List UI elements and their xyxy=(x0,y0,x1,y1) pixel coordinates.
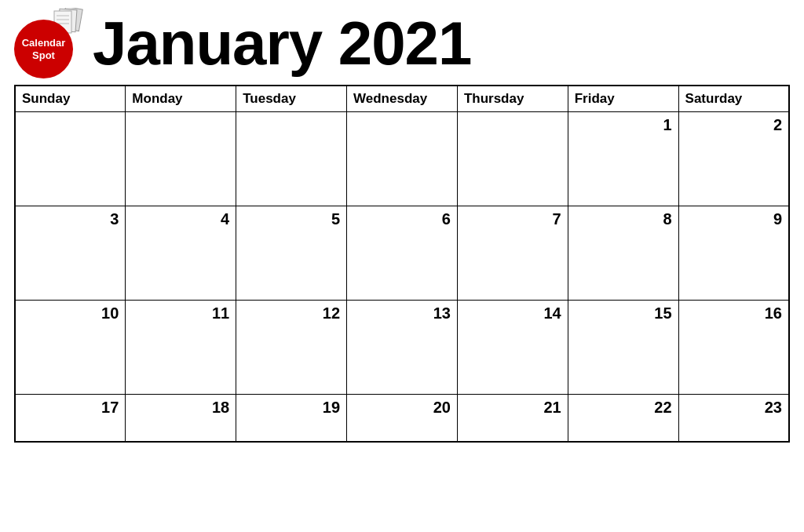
page: Calendar Spot January 2021 Sunday Monday… xyxy=(0,0,804,532)
logo-text-line1: Calendar xyxy=(22,37,66,49)
day-cell: 20 xyxy=(347,395,458,442)
day-cell: 18 xyxy=(126,395,236,442)
day-cell xyxy=(457,112,568,206)
day-cell: 23 xyxy=(678,395,789,442)
day-cell: 7 xyxy=(457,206,568,301)
day-cell: 1 xyxy=(568,112,678,206)
col-tuesday: Tuesday xyxy=(236,86,347,112)
col-saturday: Saturday xyxy=(678,86,789,112)
day-cell: 16 xyxy=(678,301,789,395)
header: Calendar Spot January 2021 xyxy=(14,8,790,78)
calendar-header-row: Sunday Monday Tuesday Wednesday Thursday… xyxy=(15,86,789,112)
col-monday: Monday xyxy=(126,86,236,112)
day-cell: 9 xyxy=(678,206,789,301)
calendar-week-4: 17 18 19 20 21 22 23 xyxy=(15,395,789,442)
day-cell xyxy=(347,112,458,206)
calendar-week-1: 1 2 xyxy=(15,112,789,206)
day-cell: 19 xyxy=(236,395,347,442)
day-cell: 3 xyxy=(15,206,126,301)
day-cell xyxy=(236,112,347,206)
day-cell: 2 xyxy=(678,112,789,206)
day-cell: 12 xyxy=(236,301,347,395)
col-friday: Friday xyxy=(568,86,678,112)
calendar-week-3: 10 11 12 13 14 15 16 xyxy=(15,301,789,395)
day-cell: 8 xyxy=(568,206,678,301)
col-thursday: Thursday xyxy=(457,86,568,112)
calendar-week-2: 3 4 5 6 7 8 9 xyxy=(15,206,789,301)
day-cell: 6 xyxy=(347,206,458,301)
col-sunday: Sunday xyxy=(15,86,126,112)
day-cell: 10 xyxy=(15,301,126,395)
day-cell: 13 xyxy=(347,301,458,395)
logo-circle: Calendar Spot xyxy=(14,20,73,78)
day-cell: 14 xyxy=(457,301,568,395)
col-wednesday: Wednesday xyxy=(347,86,458,112)
day-cell: 4 xyxy=(126,206,236,301)
calendar-table: Sunday Monday Tuesday Wednesday Thursday… xyxy=(14,85,790,443)
day-cell: 21 xyxy=(457,395,568,442)
month-title: January 2021 xyxy=(93,13,471,74)
day-cell xyxy=(15,112,126,206)
day-cell: 22 xyxy=(568,395,678,442)
day-cell xyxy=(126,112,236,206)
logo: Calendar Spot xyxy=(14,8,85,78)
day-cell: 11 xyxy=(126,301,236,395)
day-cell: 15 xyxy=(568,301,678,395)
day-cell: 17 xyxy=(15,395,126,442)
day-cell: 5 xyxy=(236,206,347,301)
logo-text-line2: Spot xyxy=(32,49,55,62)
